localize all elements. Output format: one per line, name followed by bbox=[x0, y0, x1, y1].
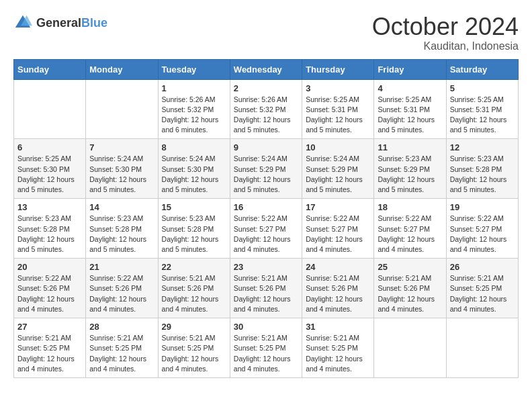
calendar-week-row: 20Sunrise: 5:22 AMSunset: 5:26 PMDayligh… bbox=[14, 259, 519, 318]
day-number: 18 bbox=[378, 202, 442, 212]
calendar-day-cell: 4Sunrise: 5:25 AMSunset: 5:31 PMDaylight… bbox=[374, 79, 446, 139]
logo-blue-text: Blue bbox=[81, 16, 107, 30]
day-info: Sunrise: 5:25 AMSunset: 5:31 PMDaylight:… bbox=[306, 95, 370, 136]
day-info: Sunrise: 5:22 AMSunset: 5:26 PMDaylight:… bbox=[89, 273, 154, 314]
day-number: 20 bbox=[17, 262, 82, 272]
calendar-day-cell: 16Sunrise: 5:22 AMSunset: 5:27 PMDayligh… bbox=[230, 199, 302, 259]
day-info: Sunrise: 5:22 AMSunset: 5:27 PMDaylight:… bbox=[306, 214, 370, 255]
calendar-day-cell bbox=[374, 318, 446, 378]
day-info: Sunrise: 5:25 AMSunset: 5:31 PMDaylight:… bbox=[378, 95, 442, 136]
day-number: 2 bbox=[234, 83, 298, 93]
day-info: Sunrise: 5:24 AMSunset: 5:30 PMDaylight:… bbox=[162, 154, 226, 195]
weekday-header-cell: Sunday bbox=[14, 59, 86, 79]
day-info: Sunrise: 5:22 AMSunset: 5:26 PMDaylight:… bbox=[17, 273, 82, 314]
day-info: Sunrise: 5:23 AMSunset: 5:29 PMDaylight:… bbox=[378, 154, 442, 195]
day-info: Sunrise: 5:21 AMSunset: 5:26 PMDaylight:… bbox=[162, 273, 226, 314]
day-number: 15 bbox=[162, 202, 226, 212]
day-number: 30 bbox=[234, 322, 298, 332]
weekday-header-cell: Thursday bbox=[302, 59, 374, 79]
day-number: 31 bbox=[306, 322, 370, 332]
day-number: 1 bbox=[162, 83, 226, 93]
logo-general-text: General bbox=[36, 16, 81, 30]
calendar-day-cell: 25Sunrise: 5:21 AMSunset: 5:26 PMDayligh… bbox=[374, 259, 446, 318]
calendar-table: SundayMondayTuesdayWednesdayThursdayFrid… bbox=[13, 59, 519, 378]
day-info: Sunrise: 5:21 AMSunset: 5:25 PMDaylight:… bbox=[234, 333, 298, 374]
day-number: 11 bbox=[378, 142, 442, 152]
calendar-week-row: 27Sunrise: 5:21 AMSunset: 5:25 PMDayligh… bbox=[14, 318, 519, 378]
calendar-day-cell: 9Sunrise: 5:24 AMSunset: 5:29 PMDaylight… bbox=[230, 139, 302, 199]
day-info: Sunrise: 5:21 AMSunset: 5:25 PMDaylight:… bbox=[306, 333, 370, 374]
location-title: Kauditan, Indonesia bbox=[372, 40, 519, 52]
day-number: 13 bbox=[17, 202, 82, 212]
day-number: 14 bbox=[89, 202, 154, 212]
day-number: 23 bbox=[234, 262, 298, 272]
weekday-header-cell: Friday bbox=[374, 59, 446, 79]
calendar-day-cell: 20Sunrise: 5:22 AMSunset: 5:26 PMDayligh… bbox=[14, 259, 86, 318]
weekday-header-cell: Wednesday bbox=[230, 59, 302, 79]
day-info: Sunrise: 5:25 AMSunset: 5:31 PMDaylight:… bbox=[450, 95, 515, 136]
day-info: Sunrise: 5:22 AMSunset: 5:27 PMDaylight:… bbox=[234, 214, 298, 255]
calendar-day-cell: 30Sunrise: 5:21 AMSunset: 5:25 PMDayligh… bbox=[230, 318, 302, 378]
day-info: Sunrise: 5:21 AMSunset: 5:26 PMDaylight:… bbox=[306, 273, 370, 314]
day-info: Sunrise: 5:21 AMSunset: 5:25 PMDaylight:… bbox=[450, 273, 515, 314]
day-info: Sunrise: 5:23 AMSunset: 5:28 PMDaylight:… bbox=[17, 214, 82, 255]
calendar-day-cell: 26Sunrise: 5:21 AMSunset: 5:25 PMDayligh… bbox=[446, 259, 518, 318]
calendar-day-cell: 18Sunrise: 5:22 AMSunset: 5:27 PMDayligh… bbox=[374, 199, 446, 259]
calendar-day-cell: 19Sunrise: 5:22 AMSunset: 5:27 PMDayligh… bbox=[446, 199, 518, 259]
day-number: 24 bbox=[306, 262, 370, 272]
calendar-day-cell: 27Sunrise: 5:21 AMSunset: 5:25 PMDayligh… bbox=[14, 318, 86, 378]
day-number: 16 bbox=[234, 202, 298, 212]
calendar-day-cell: 31Sunrise: 5:21 AMSunset: 5:25 PMDayligh… bbox=[302, 318, 374, 378]
day-info: Sunrise: 5:24 AMSunset: 5:30 PMDaylight:… bbox=[89, 154, 154, 195]
day-number: 4 bbox=[378, 83, 442, 93]
calendar-day-cell: 15Sunrise: 5:23 AMSunset: 5:28 PMDayligh… bbox=[158, 199, 230, 259]
day-number: 21 bbox=[89, 262, 154, 272]
calendar-day-cell: 12Sunrise: 5:23 AMSunset: 5:28 PMDayligh… bbox=[446, 139, 518, 199]
weekday-header-cell: Saturday bbox=[446, 59, 518, 79]
calendar-day-cell: 21Sunrise: 5:22 AMSunset: 5:26 PMDayligh… bbox=[86, 259, 158, 318]
day-info: Sunrise: 5:21 AMSunset: 5:26 PMDaylight:… bbox=[234, 273, 298, 314]
calendar-day-cell: 28Sunrise: 5:21 AMSunset: 5:25 PMDayligh… bbox=[86, 318, 158, 378]
day-info: Sunrise: 5:22 AMSunset: 5:27 PMDaylight:… bbox=[378, 214, 442, 255]
day-info: Sunrise: 5:25 AMSunset: 5:30 PMDaylight:… bbox=[17, 154, 82, 195]
page-header: GeneralBlue October 2024 Kauditan, Indon… bbox=[13, 13, 519, 52]
calendar-day-cell bbox=[446, 318, 518, 378]
calendar-day-cell bbox=[86, 79, 158, 139]
day-number: 28 bbox=[89, 322, 154, 332]
calendar-day-cell: 14Sunrise: 5:23 AMSunset: 5:28 PMDayligh… bbox=[86, 199, 158, 259]
calendar-day-cell: 8Sunrise: 5:24 AMSunset: 5:30 PMDaylight… bbox=[158, 139, 230, 199]
day-number: 19 bbox=[450, 202, 515, 212]
calendar-day-cell bbox=[14, 79, 86, 139]
day-number: 27 bbox=[17, 322, 82, 332]
day-info: Sunrise: 5:21 AMSunset: 5:25 PMDaylight:… bbox=[162, 333, 226, 374]
calendar-body: 1Sunrise: 5:26 AMSunset: 5:32 PMDaylight… bbox=[14, 79, 519, 377]
day-info: Sunrise: 5:23 AMSunset: 5:28 PMDaylight:… bbox=[162, 214, 226, 255]
calendar-day-cell: 5Sunrise: 5:25 AMSunset: 5:31 PMDaylight… bbox=[446, 79, 518, 139]
calendar-day-cell: 22Sunrise: 5:21 AMSunset: 5:26 PMDayligh… bbox=[158, 259, 230, 318]
day-number: 26 bbox=[450, 262, 515, 272]
day-number: 8 bbox=[162, 142, 226, 152]
day-number: 5 bbox=[450, 83, 515, 93]
calendar-day-cell: 17Sunrise: 5:22 AMSunset: 5:27 PMDayligh… bbox=[302, 199, 374, 259]
logo: GeneralBlue bbox=[13, 13, 107, 32]
day-number: 9 bbox=[234, 142, 298, 152]
day-info: Sunrise: 5:26 AMSunset: 5:32 PMDaylight:… bbox=[234, 95, 298, 136]
day-number: 25 bbox=[378, 262, 442, 272]
calendar-week-row: 13Sunrise: 5:23 AMSunset: 5:28 PMDayligh… bbox=[14, 199, 519, 259]
calendar-week-row: 6Sunrise: 5:25 AMSunset: 5:30 PMDaylight… bbox=[14, 139, 519, 199]
day-info: Sunrise: 5:22 AMSunset: 5:27 PMDaylight:… bbox=[450, 214, 515, 255]
calendar-day-cell: 11Sunrise: 5:23 AMSunset: 5:29 PMDayligh… bbox=[374, 139, 446, 199]
calendar-day-cell: 29Sunrise: 5:21 AMSunset: 5:25 PMDayligh… bbox=[158, 318, 230, 378]
day-number: 7 bbox=[89, 142, 154, 152]
calendar-day-cell: 6Sunrise: 5:25 AMSunset: 5:30 PMDaylight… bbox=[14, 139, 86, 199]
logo-icon bbox=[13, 13, 32, 32]
weekday-header-cell: Monday bbox=[86, 59, 158, 79]
calendar-day-cell: 23Sunrise: 5:21 AMSunset: 5:26 PMDayligh… bbox=[230, 259, 302, 318]
calendar-day-cell: 3Sunrise: 5:25 AMSunset: 5:31 PMDaylight… bbox=[302, 79, 374, 139]
day-info: Sunrise: 5:24 AMSunset: 5:29 PMDaylight:… bbox=[234, 154, 298, 195]
day-number: 10 bbox=[306, 142, 370, 152]
day-info: Sunrise: 5:23 AMSunset: 5:28 PMDaylight:… bbox=[89, 214, 154, 255]
calendar-day-cell: 24Sunrise: 5:21 AMSunset: 5:26 PMDayligh… bbox=[302, 259, 374, 318]
weekday-header-cell: Tuesday bbox=[158, 59, 230, 79]
weekday-header-row: SundayMondayTuesdayWednesdayThursdayFrid… bbox=[14, 59, 519, 79]
